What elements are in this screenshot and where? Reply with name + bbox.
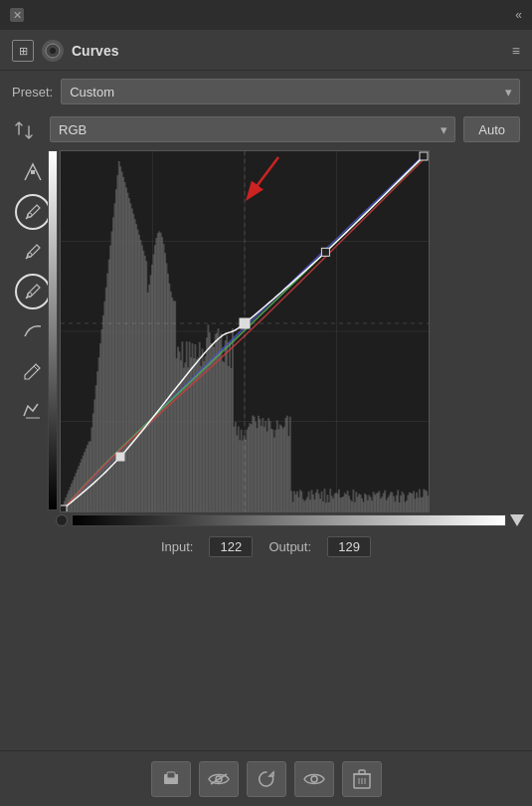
output-gradient-bar <box>48 150 58 510</box>
svg-point-9 <box>28 293 32 297</box>
delete-button[interactable] <box>342 761 382 797</box>
clip-layer-icon <box>161 769 181 789</box>
panel-title: Curves <box>72 43 118 59</box>
smooth-tool-button[interactable] <box>15 393 51 429</box>
svg-rect-19 <box>359 770 365 774</box>
collapse-icon[interactable]: « <box>515 8 522 22</box>
black-eyedropper-button[interactable] <box>15 194 51 230</box>
curves-canvas[interactable] <box>60 150 430 512</box>
preset-select[interactable]: Custom <box>61 79 520 104</box>
eye-preview-button[interactable] <box>294 761 334 797</box>
curve-tool-button[interactable] <box>15 313 51 349</box>
channel-select[interactable]: RGB Red Green Blue <box>50 116 455 142</box>
svg-line-6 <box>26 217 28 219</box>
black-triangle[interactable] <box>56 514 68 526</box>
curves-graph[interactable] <box>60 150 524 512</box>
channel-swap-icon <box>12 118 36 142</box>
pencil-tool-button[interactable] <box>15 353 51 389</box>
white-eyedropper-button[interactable] <box>15 274 51 309</box>
output-value[interactable]: 129 <box>327 536 371 557</box>
channel-row: RGB Red Green Blue Auto <box>0 112 532 150</box>
panel-menu-icon[interactable]: ≡ <box>512 43 520 59</box>
input-output-row: Input: 122 Output: 129 <box>0 526 532 565</box>
svg-point-16 <box>311 776 317 782</box>
auto-button[interactable]: Auto <box>463 116 520 142</box>
visibility-button[interactable] <box>199 761 239 797</box>
svg-line-11 <box>34 366 38 370</box>
svg-point-1 <box>50 48 56 54</box>
preset-row: Preset: Custom <box>0 71 532 112</box>
channel-select-wrapper: RGB Red Green Blue <box>50 116 455 142</box>
clip-to-layer-button[interactable] <box>151 761 191 797</box>
svg-rect-4 <box>31 170 35 174</box>
eye-preview-icon <box>303 771 325 787</box>
svg-line-10 <box>26 297 28 299</box>
delete-icon <box>353 769 371 789</box>
title-bar: ✕ « <box>0 0 532 30</box>
preset-select-wrapper: Custom <box>61 79 520 104</box>
node-tool-button[interactable] <box>15 154 51 190</box>
white-triangle[interactable] <box>510 514 524 526</box>
visibility-icon <box>208 771 230 787</box>
curves-adjustment-icon <box>42 40 64 62</box>
panel-title-row: ⊞ Curves <box>12 40 118 62</box>
gray-eyedropper-button[interactable] <box>15 234 51 270</box>
input-value[interactable]: 122 <box>209 536 253 557</box>
close-button[interactable]: ✕ <box>10 8 24 22</box>
reset-icon <box>257 769 276 789</box>
input-label: Input: <box>161 539 194 554</box>
gradient-bar-row <box>0 512 532 526</box>
output-label: Output: <box>268 539 311 554</box>
grid-icon: ⊞ <box>12 40 34 62</box>
close-icon: ✕ <box>13 9 22 22</box>
svg-rect-14 <box>167 772 175 778</box>
svg-line-8 <box>26 257 28 259</box>
reset-button[interactable] <box>247 761 286 797</box>
svg-point-7 <box>28 253 32 257</box>
bottom-toolbar <box>0 750 532 806</box>
panel-header: ⊞ Curves ≡ <box>0 30 532 71</box>
preset-label: Preset: <box>12 85 53 100</box>
input-gradient-bar <box>72 514 506 526</box>
main-content <box>0 150 532 512</box>
svg-point-5 <box>28 213 32 217</box>
